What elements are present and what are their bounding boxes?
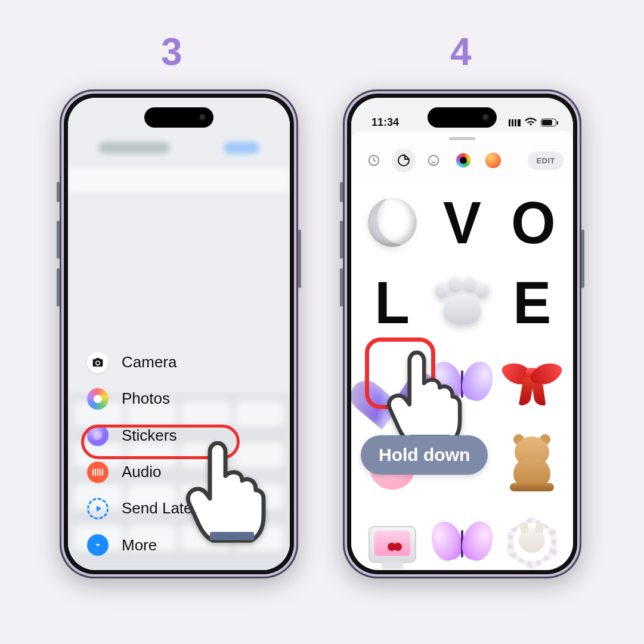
cat-heart-sticker[interactable]	[499, 503, 566, 570]
tab-sticker-pack[interactable]	[392, 148, 416, 172]
audio-icon	[87, 462, 109, 483]
butterfly-sticker[interactable]	[428, 343, 496, 421]
retro-tv-sticker[interactable]	[358, 503, 426, 570]
tab-app-sticker[interactable]	[481, 148, 505, 172]
bear-sticker[interactable]	[499, 423, 566, 501]
svg-point-2	[429, 156, 439, 166]
bow-sticker[interactable]	[499, 343, 566, 421]
camera-icon	[87, 352, 109, 373]
dynamic-island	[428, 107, 497, 128]
edit-button[interactable]: EDIT	[528, 151, 564, 170]
battery-icon	[541, 119, 556, 126]
status-time: 11:34	[371, 116, 399, 129]
action-send-later[interactable]: Send Later	[83, 492, 239, 525]
step-number-4: 4	[450, 30, 472, 74]
drag-handle[interactable]	[449, 137, 475, 140]
action-photos[interactable]: Photos	[83, 382, 239, 415]
more-icon	[87, 534, 109, 556]
action-photos-label: Photos	[122, 389, 170, 408]
moon-sticker[interactable]	[358, 184, 426, 261]
sticker-drawer-header: EDIT	[351, 131, 573, 179]
photos-icon	[87, 388, 109, 410]
action-stickers-label: Stickers	[122, 426, 177, 445]
send-later-icon	[87, 498, 109, 519]
action-camera-label: Camera	[122, 353, 177, 371]
letter-v-sticker[interactable]: V	[428, 184, 496, 261]
paw-sticker[interactable]	[428, 264, 496, 341]
wifi-icon	[525, 116, 537, 129]
action-audio[interactable]: Audio	[83, 456, 239, 488]
plus-actions-sheet: Camera Photos Stickers Audio Send Later	[76, 342, 243, 562]
action-audio-label: Audio	[122, 463, 162, 481]
dynamic-island	[144, 107, 213, 128]
cellular-icon	[509, 119, 521, 126]
action-more[interactable]: More	[83, 529, 239, 562]
phone-mockup-step3: Camera Photos Stickers Audio Send Later	[60, 89, 298, 578]
phone-mockup-step4: 11:34	[343, 89, 581, 578]
step-number-3: 3	[161, 30, 182, 74]
action-more-label: More	[122, 536, 157, 555]
tab-memoji[interactable]	[422, 148, 445, 172]
pink-butterfly-sticker[interactable]	[428, 503, 496, 570]
action-stickers[interactable]: Stickers	[83, 419, 239, 452]
tab-recents[interactable]	[362, 148, 386, 172]
hint-hold-down: Hold down	[361, 435, 488, 475]
letter-l-sticker[interactable]: L	[358, 264, 426, 341]
action-camera[interactable]: Camera	[83, 346, 239, 379]
sticker-grid[interactable]: V O L E	[351, 179, 573, 570]
action-send-later-label: Send Later	[122, 499, 197, 518]
letter-e-sticker[interactable]: E	[499, 264, 566, 341]
stickers-icon	[87, 425, 109, 446]
heart-sticker[interactable]	[358, 343, 426, 421]
tab-live-sticker[interactable]	[451, 148, 475, 172]
letter-o-sticker[interactable]: O	[499, 184, 566, 261]
